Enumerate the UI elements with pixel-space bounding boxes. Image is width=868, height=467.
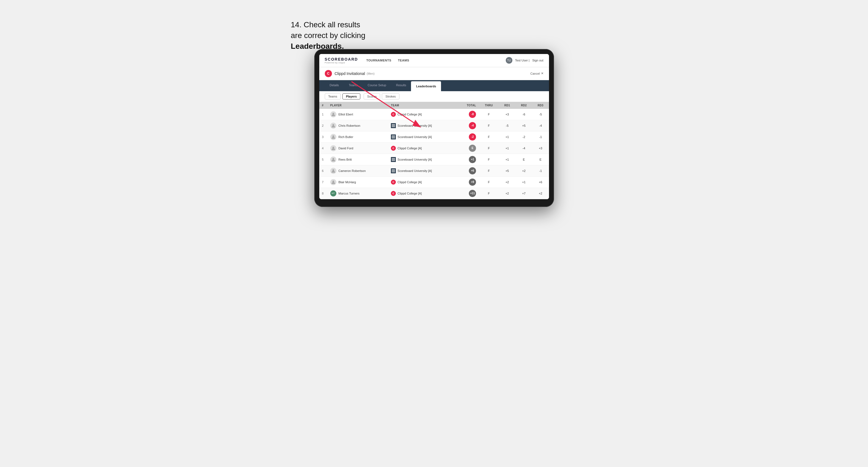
team-logo-clippd: C xyxy=(391,180,396,185)
cell-total: -4 xyxy=(457,120,479,131)
nav-teams[interactable]: TEAMS xyxy=(398,55,409,66)
cell-team: Scoreboard University [A] xyxy=(388,120,457,131)
cell-rd1: -5 xyxy=(499,120,516,131)
player-avatar xyxy=(330,168,336,174)
tab-teams[interactable]: Teams xyxy=(344,80,363,91)
player-avatar: MT xyxy=(330,190,336,196)
user-label: Test User | xyxy=(515,59,529,62)
tablet-screen: SCOREBOARD Powered by clippd TOURNAMENTS… xyxy=(319,54,549,199)
cell-rank: 4 xyxy=(319,143,328,154)
leaderboard-table: # PLAYER TEAM TOTAL THRU RD1 RD2 RD3 xyxy=(319,102,549,199)
cell-thru: F xyxy=(479,120,499,131)
player-name: Rich Butler xyxy=(339,135,353,138)
cell-thru: F xyxy=(479,165,499,176)
player-name: Blair McHarg xyxy=(339,181,356,184)
team-logo-clippd: C xyxy=(391,112,396,117)
cell-rd2: +5 xyxy=(516,120,532,131)
tab-results[interactable]: Results xyxy=(391,80,411,91)
svg-point-5 xyxy=(332,147,334,148)
filter-teams[interactable]: Teams xyxy=(325,93,341,99)
tab-course-setup[interactable]: Course Setup xyxy=(363,80,391,91)
cell-total: -8 xyxy=(457,109,479,120)
filter-players[interactable]: Players xyxy=(342,93,360,99)
app-logo: SCOREBOARD xyxy=(325,57,358,61)
cell-rank: 5 xyxy=(319,154,328,165)
user-avatar: TU xyxy=(506,57,513,64)
cell-total: +11 xyxy=(457,188,479,199)
filter-strokes[interactable]: Strokes xyxy=(382,93,399,99)
cell-rank: 3 xyxy=(319,131,328,143)
cell-total: +6 xyxy=(457,165,479,176)
table-row: 4David FordCClippd College [A]EF+1-4+3 xyxy=(319,143,549,154)
cell-player: Cameron Robertson xyxy=(328,165,389,176)
cell-team: Scoreboard University [A] xyxy=(388,154,457,165)
table-row: 2Chris RobertsonScoreboard University [A… xyxy=(319,120,549,131)
cancel-button[interactable]: Cancel ✕ xyxy=(530,72,543,75)
cell-team: Scoreboard University [A] xyxy=(388,131,457,143)
team-name: Clippd College [A] xyxy=(398,192,422,195)
tablet-frame: SCOREBOARD Powered by clippd TOURNAMENTS… xyxy=(314,49,554,207)
cell-player: MTMarcus Turners xyxy=(328,188,389,199)
cell-player: Blair McHarg xyxy=(328,176,389,188)
player-avatar xyxy=(330,156,336,162)
cell-rd1: +2 xyxy=(499,188,516,199)
cell-rank: 2 xyxy=(319,120,328,131)
cell-team: CClippd College [A] xyxy=(388,176,457,188)
tab-bar: Details Teams Course Setup Results Leade… xyxy=(319,80,549,91)
col-rd2: RD2 xyxy=(516,102,532,109)
score-badge: +6 xyxy=(469,167,476,175)
team-logo-scoreboard xyxy=(391,123,396,128)
team-logo-clippd: C xyxy=(391,146,396,151)
player-avatar xyxy=(330,134,336,140)
tab-leaderboards[interactable]: Leaderboards xyxy=(411,81,441,91)
table-row: 7Blair McHargCClippd College [A]+9F+2+1+… xyxy=(319,176,549,188)
svg-point-8 xyxy=(332,181,334,182)
cell-rank: 8 xyxy=(319,188,328,199)
score-badge: +9 xyxy=(469,179,476,186)
cell-rd2: +7 xyxy=(516,188,532,199)
cell-rd2: -4 xyxy=(516,143,532,154)
team-logo-scoreboard xyxy=(391,134,396,139)
cell-team: CClippd College [A] xyxy=(388,109,457,120)
cell-total: E xyxy=(457,143,479,154)
team-name: Clippd College [A] xyxy=(398,147,422,150)
cell-rd1: +3 xyxy=(499,109,516,120)
cell-rd2: -6 xyxy=(516,109,532,120)
cell-team: CClippd College [A] xyxy=(388,188,457,199)
cell-player: Chris Robertson xyxy=(328,120,389,131)
cell-rd1: +1 xyxy=(499,154,516,165)
svg-point-4 xyxy=(332,135,334,137)
cell-rd3: +2 xyxy=(532,188,549,199)
cell-player: Rich Butler xyxy=(328,131,389,143)
nav-tournaments[interactable]: TOURNAMENTS xyxy=(366,55,392,66)
player-name: Chris Robertson xyxy=(339,124,360,127)
cell-rd1: +1 xyxy=(499,143,516,154)
score-badge: E xyxy=(469,145,476,152)
score-badge: -4 xyxy=(469,122,476,129)
logo-area: SCOREBOARD Powered by clippd xyxy=(325,57,358,64)
app-navbar: SCOREBOARD Powered by clippd TOURNAMENTS… xyxy=(319,54,549,67)
col-thru: THRU xyxy=(479,102,499,109)
score-badge: -8 xyxy=(469,111,476,118)
cell-thru: F xyxy=(479,176,499,188)
signout-link[interactable]: Sign out xyxy=(532,59,543,62)
cell-rd2: +2 xyxy=(516,165,532,176)
player-name: Elliot Ebert xyxy=(339,113,353,116)
team-logo-scoreboard xyxy=(391,157,396,162)
cell-rd3: +6 xyxy=(532,176,549,188)
cell-rank: 7 xyxy=(319,176,328,188)
player-avatar xyxy=(330,111,336,117)
team-logo-clippd: C xyxy=(391,191,396,196)
score-badge: -2 xyxy=(469,133,476,141)
svg-point-3 xyxy=(332,124,334,126)
main-nav: TOURNAMENTS TEAMS xyxy=(366,55,506,66)
tab-details[interactable]: Details xyxy=(325,80,344,91)
svg-point-2 xyxy=(332,113,334,114)
cell-rd3: -1 xyxy=(532,165,549,176)
cell-thru: F xyxy=(479,154,499,165)
player-avatar xyxy=(330,145,336,151)
table-row: 6Cameron RobertsonScoreboard University … xyxy=(319,165,549,176)
cell-rd1: +5 xyxy=(499,165,516,176)
cell-rd2: +1 xyxy=(516,176,532,188)
filter-scores[interactable]: Scores xyxy=(364,93,380,99)
